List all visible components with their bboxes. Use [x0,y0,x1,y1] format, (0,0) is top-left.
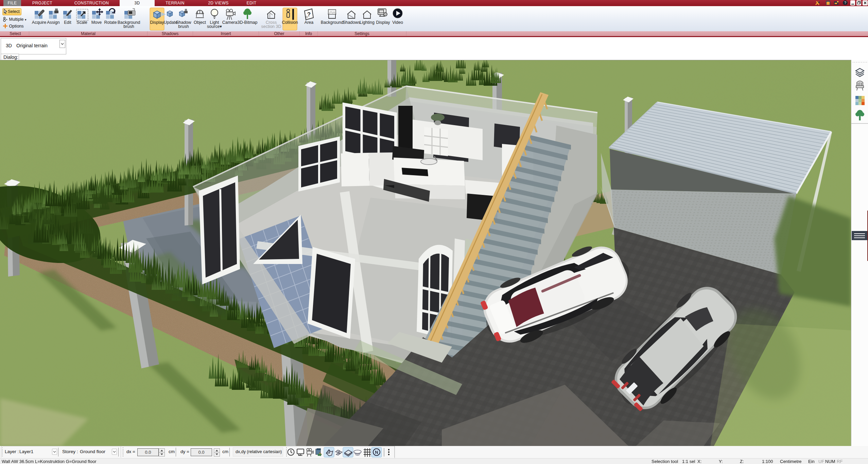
svg-text:N: N [375,450,378,455]
